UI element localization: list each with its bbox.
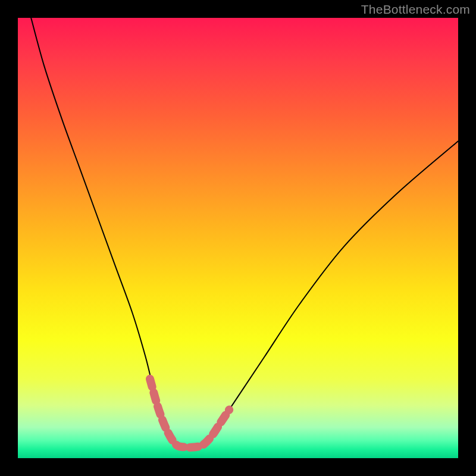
watermark-text: TheBottleneck.com bbox=[361, 2, 470, 17]
curves-svg bbox=[18, 18, 458, 458]
bottleneck-curve bbox=[31, 18, 458, 447]
plot-area bbox=[18, 18, 458, 458]
chart-stage: TheBottleneck.com bbox=[0, 0, 476, 476]
highlight-curve bbox=[150, 379, 229, 447]
